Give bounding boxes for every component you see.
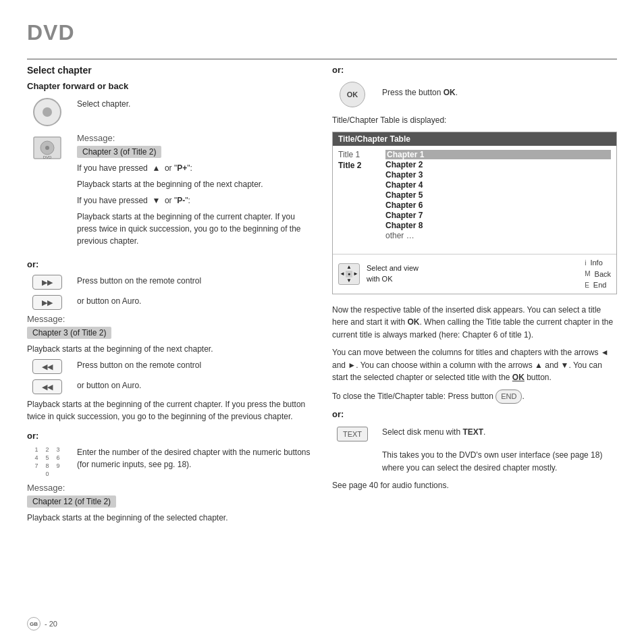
title-1: Title 1 — [338, 150, 375, 159]
table-chapters-col: Chapter 1 Chapter 2 Chapter 3 Chapter 4 … — [380, 150, 616, 250]
page-number: - 20 — [45, 620, 57, 628]
table-displayed-text: Title/Chapter Table is displayed: — [332, 114, 617, 126]
nav-cross-icon: ▲ ◄ ● ► ▼ — [338, 263, 360, 285]
para-2: You can move between the columns for tit… — [332, 346, 617, 384]
or-button-auro-2: or button on Auro. — [77, 379, 312, 392]
svg-point-2 — [45, 146, 49, 150]
press-button-remote: Press button on the remote control — [77, 275, 312, 287]
message-box-1: Chapter 3 (of Title 2) — [77, 146, 161, 158]
message-box-2: Chapter 3 (of Title 2) — [27, 327, 111, 339]
text-button-icon: TEXT — [337, 427, 368, 441]
desc-2: Playback starts at the beginning of the … — [77, 178, 312, 190]
desc-6: Playback starts at the beginning of the … — [27, 398, 312, 423]
desc-3: If you have pressed ▼ or "P-": — [77, 194, 312, 207]
para-3: To close the Title/Chapter table: Press … — [332, 390, 617, 404]
chapter-7: Chapter 7 — [385, 211, 611, 220]
desc-5: Playback starts at the beginning of the … — [27, 343, 312, 355]
numeric-desc: Enter the number of the desired chapter … — [77, 446, 312, 471]
or-label-1: or: — [27, 259, 312, 269]
table-footer: ▲ ◄ ● ► ▼ Select and viewwith OK i Info … — [333, 254, 616, 294]
message-box-3: Chapter 12 (of Title 2) — [27, 495, 116, 508]
message-label-2: Message: — [27, 314, 312, 324]
message-label-1: Message: — [77, 133, 312, 143]
page-number-area: GB - 20 — [27, 617, 617, 630]
chapter-8: Chapter 8 — [385, 221, 611, 230]
table-header: Title/Chapter Table — [333, 132, 616, 146]
chapter-1: Chapter 1 — [385, 150, 611, 159]
section-title: Select chapter — [27, 65, 312, 76]
end-btn-inline: END — [495, 390, 522, 404]
select-disk-menu: Select disk menu with TEXT. — [382, 426, 617, 438]
desc-4: Playback starts at the beginning of the … — [77, 211, 312, 247]
subsection-title: Chapter forward or back — [27, 81, 312, 91]
title-2: Title 2 — [338, 161, 375, 170]
select-chapter-text: Select chapter. — [77, 98, 312, 110]
see-page: See page 40 for audio functions. — [332, 479, 617, 492]
rew-button-auro: ◀◀ — [32, 379, 62, 394]
dvd-icon: DVD — [32, 133, 62, 163]
or-label-2: or: — [27, 431, 312, 441]
press-button-remote-2: Press button on the remote control — [77, 359, 312, 371]
table-footer-keys: i Info M Back E End — [585, 257, 611, 291]
svg-text:DVD: DVD — [43, 155, 52, 159]
title-chapter-table: Title/Chapter Table Title 1 Title 2 Chap… — [332, 132, 617, 294]
table-titles-col: Title 1 Title 2 — [333, 150, 380, 250]
chapter-5: Chapter 5 — [385, 190, 611, 200]
desc-7: Playback starts at the beginning of the … — [27, 512, 312, 524]
chapter-2: Chapter 2 — [385, 160, 611, 169]
chapter-4: Chapter 4 — [385, 180, 611, 190]
footer-select-text: Select and viewwith OK — [367, 263, 419, 284]
or-right-2: or: — [332, 409, 617, 419]
dvd-title: DVD — [27, 20, 617, 45]
chapter-3: Chapter 3 — [385, 170, 611, 180]
ok-button-icon: OK — [340, 82, 365, 107]
text-desc: This takes you to the DVD's own user int… — [382, 449, 617, 474]
rew-button-remote: ◀◀ — [32, 359, 62, 374]
ff-button-remote: ▶▶ — [32, 275, 62, 290]
or-button-auro: or button on Auro. — [77, 295, 312, 307]
para-1: Now the respective table of the inserted… — [332, 304, 617, 342]
gb-circle: GB — [27, 617, 41, 630]
numeric-keypad-icon: 123 456 789 0 — [32, 446, 63, 477]
press-ok-text: Press the button OK. — [382, 86, 617, 99]
ff-button-auro: ▶▶ — [32, 295, 62, 310]
or-right: or: — [332, 65, 617, 75]
chapter-other: other … — [385, 231, 611, 240]
disc-icon — [33, 98, 61, 126]
chapter-6: Chapter 6 — [385, 200, 611, 210]
message-label-3: Message: — [27, 483, 312, 493]
desc-1: If you have pressed ▲ or "P+": — [77, 162, 312, 174]
